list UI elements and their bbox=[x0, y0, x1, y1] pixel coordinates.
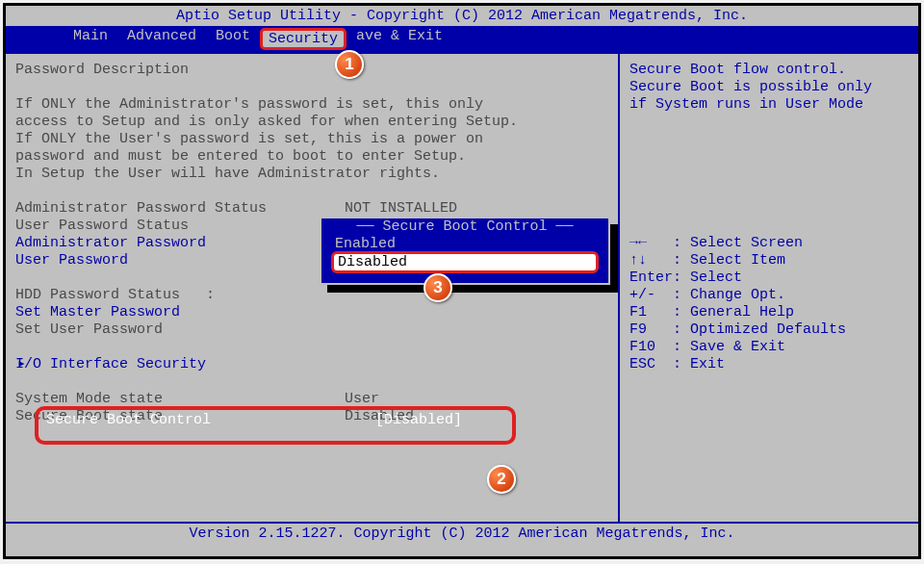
pwd-desc-line: password and must be entered to boot to … bbox=[15, 148, 608, 166]
content-area: Password Description If ONLY the Adminis… bbox=[6, 52, 918, 524]
tab-boot[interactable]: Boot bbox=[206, 28, 260, 50]
pwd-desc-line: In Setup the User will have Administrato… bbox=[15, 166, 608, 183]
tab-main[interactable]: Main bbox=[64, 28, 117, 50]
tab-security[interactable]: Security bbox=[260, 28, 346, 50]
hotkey-esc: ESC : Exit bbox=[629, 356, 909, 373]
io-interface-security[interactable]: ▸I/O Interface Security bbox=[15, 356, 608, 373]
hotkey-enter: Enter: Select bbox=[629, 269, 909, 287]
pwd-desc-heading: Password Description bbox=[15, 62, 608, 79]
hotkey-save-exit: F10 : Save & Exit bbox=[629, 339, 909, 356]
help-text: Secure Boot is possible only bbox=[629, 79, 909, 96]
secure-boot-control-row[interactable]: Secure Boot Control [Disabled] bbox=[35, 406, 516, 445]
settings-pane: Password Description If ONLY the Adminis… bbox=[6, 54, 620, 522]
bios-window: Aptio Setup Utility - Copyright (C) 2012… bbox=[3, 3, 921, 559]
hotkey-optimized-def: F9 : Optimized Defaults bbox=[629, 321, 909, 339]
pwd-desc-line: If ONLY the Administrator's password is … bbox=[15, 96, 608, 114]
hotkey-select-screen: →← : Select Screen bbox=[629, 235, 909, 252]
set-user-password: Set User Password bbox=[15, 321, 608, 339]
help-text: Secure Boot flow control. bbox=[629, 62, 909, 79]
popup-title: Secure Boot Control bbox=[382, 218, 547, 235]
popup-option-disabled[interactable]: Disabled bbox=[331, 251, 599, 273]
submenu-arrow-icon: ▸ bbox=[17, 356, 26, 373]
help-text: if System runs in User Mode bbox=[629, 96, 909, 114]
help-pane: Secure Boot flow control. Secure Boot is… bbox=[620, 54, 918, 522]
admin-pwd-status: Administrator Password Status NOT INSTAL… bbox=[15, 200, 608, 218]
hotkey-general-help: F1 : General Help bbox=[629, 304, 909, 321]
hotkey-select-item: ↑↓ : Select Item bbox=[629, 252, 909, 269]
secure-boot-control-popup: ── Secure Boot Control ── Enabled Disabl… bbox=[320, 217, 610, 285]
hotkey-change-opt: +/- : Change Opt. bbox=[629, 287, 909, 304]
pwd-desc-line: If ONLY the User's password is set, this… bbox=[15, 131, 608, 148]
title-bar: Aptio Setup Utility - Copyright (C) 2012… bbox=[6, 6, 918, 26]
tab-save-exit[interactable]: ave & Exit bbox=[346, 28, 452, 50]
annotation-badge-1: 1 bbox=[335, 50, 364, 79]
annotation-badge-2: 2 bbox=[487, 465, 516, 494]
annotation-badge-3: 3 bbox=[424, 273, 452, 302]
tab-advanced[interactable]: Advanced bbox=[117, 28, 206, 50]
tab-bar: Main Advanced Boot Security ave & Exit bbox=[6, 26, 918, 52]
sbc-value: [Disabled] bbox=[375, 412, 462, 428]
sbc-label: Secure Boot Control bbox=[46, 412, 211, 428]
pwd-desc-line: access to Setup and is only asked for wh… bbox=[15, 114, 608, 131]
hdd-pwd-status: HDD Password Status : bbox=[15, 287, 608, 304]
footer-bar: Version 2.15.1227. Copyright (C) 2012 Am… bbox=[6, 524, 918, 544]
set-master-password[interactable]: Set Master Password bbox=[15, 304, 608, 321]
